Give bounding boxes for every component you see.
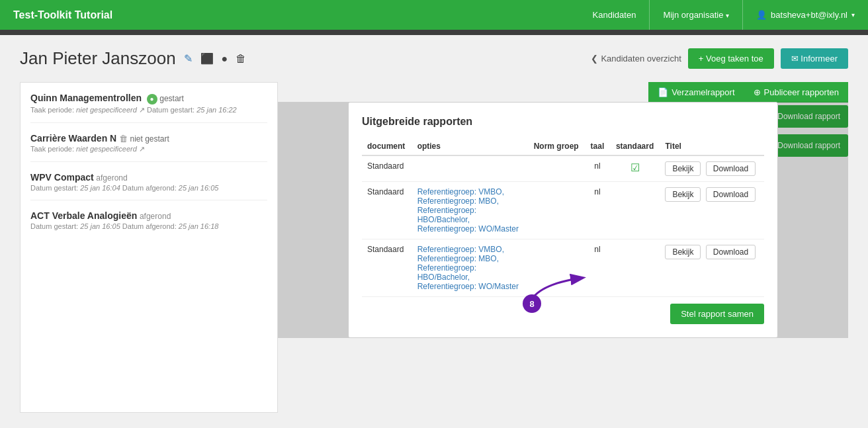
task-name: ACT Verbale Analogieën	[30, 210, 137, 221]
task-period: Taak periode: niet gespecificeerd ↗ Datu…	[30, 106, 267, 114]
left-panel: Quinn Managementrollen ● gestart Taak pe…	[20, 82, 278, 413]
table-row: Standaard nl ☑ Bekijk Download	[362, 155, 764, 182]
bekijk-btn-2[interactable]: Bekijk	[665, 187, 701, 202]
ref-wo-3[interactable]: Referentiegroep: WO/Master	[417, 282, 519, 291]
row2-standard	[610, 182, 660, 239]
chevron-down-icon2: ▾	[851, 11, 855, 19]
list-item: Carrière Waarden N 🗑 niet gestart Taak p…	[30, 133, 267, 162]
row2-actions: Bekijk Download	[660, 182, 764, 239]
verzamel-btn[interactable]: 📄 Verzamelrapport	[648, 82, 744, 103]
task-status: afgerond	[140, 212, 171, 221]
voeg-taken-btn[interactable]: + Voeg taken toe	[688, 48, 774, 69]
nav-divider	[649, 0, 650, 30]
modal: Uitgebreide rapporten document opties No…	[348, 102, 778, 338]
nav-divider2	[742, 0, 743, 30]
ref-vmbo[interactable]: Referentiegroep: VMBO,	[417, 187, 504, 196]
col-standard: standaard	[610, 138, 660, 155]
task-name: Carrière Waarden N	[30, 133, 116, 144]
row1-standard: ☑	[610, 155, 660, 182]
row2-norm	[527, 182, 585, 239]
modal-overlay: Uitgebreide rapporten document opties No…	[278, 102, 848, 338]
nav-org-label: Mijn organisatie	[663, 10, 723, 20]
row3-actions: Bekijk Download	[660, 239, 764, 297]
user-menu[interactable]: 👤 batsheva+bt@ixly.nl ▾	[756, 10, 855, 20]
external-link-icon[interactable]: ↗	[139, 145, 145, 153]
topnav: Test-Toolkit Tutorial Kandidaten Mijn or…	[0, 0, 868, 30]
right-side: 📄 Verzamelrapport ⊕ Publiceer rapporten …	[278, 82, 848, 413]
modal-title: Uitgebreide rapporten	[362, 116, 764, 128]
stel-btn[interactable]: Stel rapport samen	[670, 304, 764, 324]
external-link-icon[interactable]: ↗	[139, 106, 145, 114]
task-name: WPV Compact	[30, 172, 94, 183]
table-row: Standaard Referentiegroep: VMBO, Referen…	[362, 182, 764, 239]
delete-icon[interactable]: 🗑	[234, 52, 247, 66]
task-period: Datum gestart: 25 jan 16:05 Datum afgero…	[30, 222, 267, 230]
col-titel: Titel	[660, 138, 764, 155]
download-btn-2[interactable]: Download	[706, 187, 756, 202]
top-btn-row: 📄 Verzamelrapport ⊕ Publiceer rapporten	[278, 82, 848, 103]
row1-document: Standaard	[362, 155, 412, 182]
main-layout: Quinn Managementrollen ● gestart Taak pe…	[20, 82, 848, 413]
row1-norm	[527, 155, 585, 182]
col-norm: Norm groep	[527, 138, 585, 155]
ref-vmbo-3[interactable]: Referentiegroep: VMBO,	[417, 245, 504, 254]
row1-actions: Bekijk Download	[660, 155, 764, 182]
row2-document: Standaard	[362, 182, 412, 239]
row2-opties: Referentiegroep: VMBO, Referentiegroep: …	[412, 182, 528, 239]
download-btn-1[interactable]: Download	[706, 161, 756, 176]
list-item: WPV Compact afgerond Datum gestart: 25 j…	[30, 172, 267, 200]
plus-icon: ⊕	[754, 87, 761, 97]
publiceer-label: Publiceer rapporten	[764, 87, 839, 97]
row3-opties: Referentiegroep: VMBO, Referentiegroep: …	[412, 239, 528, 297]
ref-mbo[interactable]: Referentiegroep: MBO,	[417, 196, 499, 206]
nav-org[interactable]: Mijn organisatie ▾	[663, 10, 729, 20]
ref-hbo2[interactable]: HBO/Bachelor,	[417, 215, 470, 224]
back-label: Kandidaten overzicht	[601, 54, 681, 64]
task-status: afgerond	[96, 173, 127, 183]
back-link[interactable]: ❮ Kandidaten overzicht	[591, 54, 681, 64]
verzamel-label: Verzamelrapport	[672, 87, 734, 97]
user-icon: 👤	[756, 10, 767, 20]
copy-icon[interactable]: ⬛	[199, 51, 215, 66]
edit-icon[interactable]: ✎	[183, 51, 194, 66]
task-status: gestart	[159, 94, 184, 103]
row3-norm	[527, 239, 585, 297]
col-document: document	[362, 138, 412, 155]
task-badge: ●	[147, 94, 157, 105]
file-icon: 📄	[658, 87, 668, 97]
page-title: Jan Pieter Janszoon	[20, 48, 176, 69]
bekijk-btn-1[interactable]: Bekijk	[665, 161, 701, 176]
page-content: Jan Pieter Janszoon ✎ ⬛ ● 🗑 ❮ Kandidaten…	[0, 35, 868, 426]
task-status: niet gestart	[130, 134, 169, 144]
nav-kandidaten[interactable]: Kandidaten	[593, 10, 636, 20]
row2-taal: nl	[585, 182, 610, 239]
task-period: Datum gestart: 25 jan 16:04 Datum afgero…	[30, 184, 267, 192]
list-item: ACT Verbale Analogieën afgerond Datum ge…	[30, 210, 267, 238]
modal-footer: Stel rapport samen	[362, 297, 764, 324]
ref-wo[interactable]: Referentiegroep: WO/Master	[417, 224, 519, 234]
informeer-btn[interactable]: ✉ Informeer	[781, 48, 848, 69]
ref-hbo2-3[interactable]: HBO/Bachelor,	[417, 273, 470, 282]
publiceer-btn[interactable]: ⊕ Publiceer rapporten	[744, 82, 848, 103]
ref-hbo[interactable]: Referentiegroep:	[417, 206, 476, 215]
bekijk-btn-3[interactable]: Bekijk	[665, 245, 701, 259]
chevron-down-icon: ▾	[726, 12, 729, 19]
task-name-row: Carrière Waarden N 🗑 niet gestart	[30, 133, 267, 144]
ref-hbo-3[interactable]: Referentiegroep:	[417, 263, 476, 273]
chevron-left-icon: ❮	[591, 54, 598, 64]
ref-mbo-3[interactable]: Referentiegroep: MBO,	[417, 254, 499, 263]
list-item: Quinn Managementrollen ● gestart Taak pe…	[30, 93, 267, 123]
subnav-bar	[0, 30, 868, 35]
row3-document: Standaard	[362, 239, 412, 297]
app-title: Test-Toolkit Tutorial	[13, 9, 593, 21]
topnav-right: Kandidaten Mijn organisatie ▾ 👤 batsheva…	[593, 0, 855, 30]
task-name: Quinn Managementrollen	[30, 93, 142, 103]
report-table: document opties Norm groep taal standaar…	[362, 138, 764, 297]
info-icon[interactable]: ●	[220, 52, 230, 66]
task-name-row: Quinn Managementrollen ● gestart	[30, 93, 267, 105]
col-opties: opties	[412, 138, 528, 155]
download-btn-3[interactable]: Download	[706, 245, 756, 259]
header-actions: ❮ Kandidaten overzicht + Voeg taken toe …	[591, 48, 848, 69]
page-header: Jan Pieter Janszoon ✎ ⬛ ● 🗑 ❮ Kandidaten…	[20, 48, 848, 69]
user-label: batsheva+bt@ixly.nl	[771, 10, 847, 20]
